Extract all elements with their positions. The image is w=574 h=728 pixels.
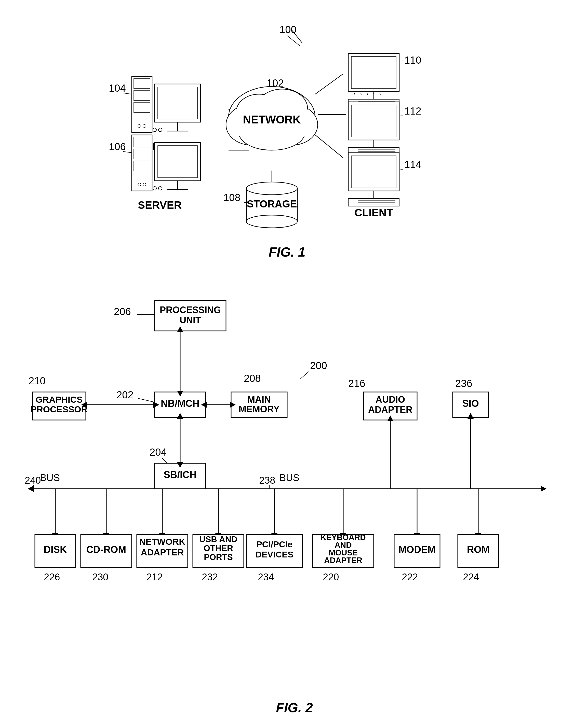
svg-text:204: 204 xyxy=(150,447,167,458)
svg-text:PROCESSOR: PROCESSOR xyxy=(31,404,88,414)
svg-text:ADAPTER: ADAPTER xyxy=(140,547,184,557)
fig1: NETWORK STORAGE SE xyxy=(58,15,517,265)
svg-line-83 xyxy=(287,36,300,46)
svg-text:202: 202 xyxy=(116,389,133,400)
svg-text:PROCESSING: PROCESSING xyxy=(160,305,221,315)
svg-text:108: 108 xyxy=(223,192,241,203)
fig2-title: FIG. 2 xyxy=(276,700,313,715)
svg-text:UNIT: UNIT xyxy=(179,315,201,325)
svg-text:DEVICES: DEVICES xyxy=(255,550,293,559)
svg-line-182 xyxy=(162,458,167,463)
svg-text:NB/MCH: NB/MCH xyxy=(161,398,200,409)
fig2-svg: PROCESSING UNIT NB/MCH SB/ICH MAIN MEMOR… xyxy=(19,285,555,718)
fig1-title: FIG. 1 xyxy=(269,244,305,260)
svg-rect-21 xyxy=(132,76,152,132)
svg-rect-63 xyxy=(351,105,396,137)
svg-text:100: 100 xyxy=(280,24,296,35)
svg-text:238: 238 xyxy=(259,475,275,486)
svg-text:ADAPTER: ADAPTER xyxy=(324,556,362,565)
svg-rect-73 xyxy=(351,156,396,188)
svg-text:110: 110 xyxy=(404,54,421,66)
svg-text:206: 206 xyxy=(114,306,131,317)
svg-text:236: 236 xyxy=(455,378,473,389)
svg-point-44 xyxy=(153,187,156,190)
fig2: PROCESSING UNIT NB/MCH SB/ICH MAIN MEMOR… xyxy=(19,285,555,718)
svg-text:208: 208 xyxy=(244,373,261,384)
svg-text:114: 114 xyxy=(404,159,421,170)
svg-text:216: 216 xyxy=(348,378,365,389)
svg-line-4 xyxy=(315,74,343,94)
svg-text:PCI/PCIe: PCI/PCIe xyxy=(256,539,292,549)
svg-text:MEMORY: MEMORY xyxy=(239,404,280,414)
svg-text:AUDIO: AUDIO xyxy=(375,394,405,405)
svg-text:ROM: ROM xyxy=(467,544,489,555)
svg-line-6 xyxy=(315,135,343,158)
svg-text:DISK: DISK xyxy=(44,544,67,555)
svg-text:234: 234 xyxy=(258,572,274,582)
svg-text:224: 224 xyxy=(463,572,479,582)
svg-text:OTHER: OTHER xyxy=(204,543,233,553)
svg-text:220: 220 xyxy=(323,572,339,582)
svg-text:MODEM: MODEM xyxy=(399,544,436,555)
svg-text:›: › xyxy=(379,91,381,96)
svg-marker-125 xyxy=(541,486,546,492)
svg-text:›: › xyxy=(366,91,368,96)
fig1-svg: NETWORK STORAGE SE xyxy=(58,15,517,265)
svg-text:SIO: SIO xyxy=(462,398,479,409)
svg-text:240: 240 xyxy=(25,475,41,486)
svg-marker-123 xyxy=(28,486,34,492)
svg-text:102: 102 xyxy=(267,77,284,89)
svg-rect-41 xyxy=(158,146,198,178)
svg-rect-48 xyxy=(351,56,396,89)
svg-text:ADAPTER: ADAPTER xyxy=(368,405,412,415)
svg-point-31 xyxy=(153,128,156,132)
svg-text:212: 212 xyxy=(147,572,163,582)
svg-text:GRAPHICS: GRAPHICS xyxy=(35,395,83,405)
svg-text:SERVER: SERVER xyxy=(138,199,182,211)
svg-point-45 xyxy=(159,187,162,190)
svg-point-32 xyxy=(159,128,162,132)
svg-text:112: 112 xyxy=(404,105,421,117)
svg-text:STORAGE: STORAGE xyxy=(247,198,297,210)
svg-text:BUS: BUS xyxy=(40,472,60,483)
svg-line-180 xyxy=(138,398,155,402)
figures-container: NETWORK STORAGE SE xyxy=(10,15,564,718)
svg-text:›: › xyxy=(360,91,362,96)
svg-rect-28 xyxy=(158,87,198,119)
svg-text:226: 226 xyxy=(44,572,60,582)
svg-text:CD-ROM: CD-ROM xyxy=(86,544,126,555)
svg-text:222: 222 xyxy=(402,572,418,582)
svg-text:104: 104 xyxy=(109,83,126,94)
svg-text:SB/ICH: SB/ICH xyxy=(164,469,196,480)
svg-text:MAIN: MAIN xyxy=(247,394,271,405)
svg-rect-80 xyxy=(348,198,358,206)
svg-text:106: 106 xyxy=(109,141,126,152)
svg-point-16 xyxy=(246,182,297,195)
svg-point-17 xyxy=(246,215,297,228)
svg-text:USB AND: USB AND xyxy=(199,535,237,544)
svg-text:232: 232 xyxy=(202,572,218,582)
svg-rect-34 xyxy=(132,135,152,191)
svg-text:NETWORK: NETWORK xyxy=(139,537,185,547)
svg-text:210: 210 xyxy=(29,375,46,386)
svg-text:230: 230 xyxy=(92,572,108,582)
svg-text:BUS: BUS xyxy=(280,472,299,483)
svg-text:›: › xyxy=(354,91,356,96)
svg-text:CLIENT: CLIENT xyxy=(355,207,393,219)
svg-text:200: 200 xyxy=(310,360,327,371)
svg-text:PORTS: PORTS xyxy=(204,552,233,562)
svg-text:NETWORK: NETWORK xyxy=(243,113,301,126)
svg-line-176 xyxy=(300,372,309,379)
svg-text:›: › xyxy=(373,91,374,96)
